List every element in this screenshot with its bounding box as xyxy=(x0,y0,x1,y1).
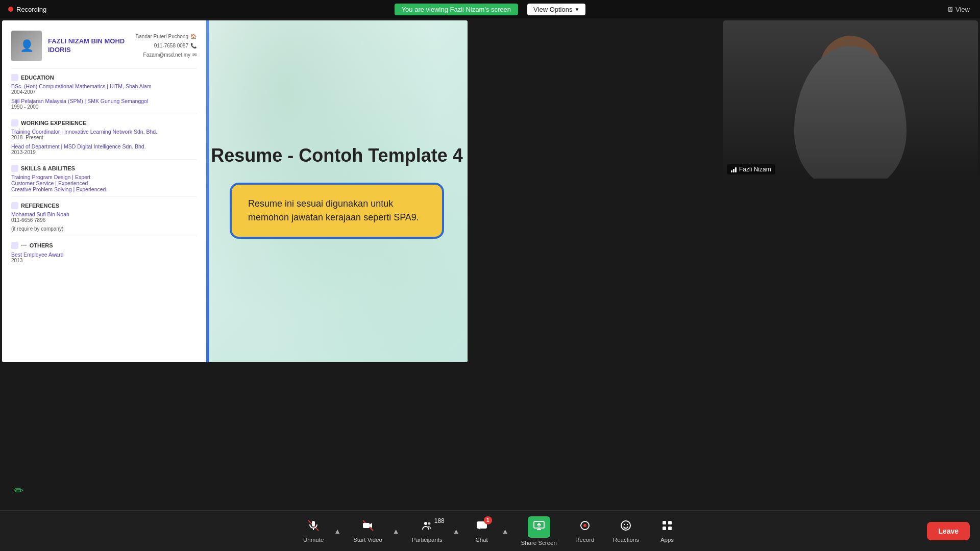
video-arrow[interactable]: ▲ xyxy=(390,526,402,536)
microphone-muted-icon xyxy=(307,519,320,535)
main-area: 👤 FAZLI NIZAM BIN MOHD IDORIS Bandar Put… xyxy=(0,18,980,510)
skill1: Training Program Design | Expert xyxy=(11,174,197,180)
svg-rect-15 xyxy=(668,521,672,524)
start-video-group: Start Video ▲ xyxy=(345,516,402,546)
resume-contact: Bandar Puteri Puchong 🏠 011-7658 0087 📞 … xyxy=(136,32,197,60)
view-options-button[interactable]: View Options ▼ xyxy=(527,4,585,15)
ref-section-title: REFERENCES xyxy=(11,202,197,209)
resume-avatar: 👤 xyxy=(11,31,42,61)
work2-year: 2013-2019 xyxy=(11,149,197,155)
resume-left-panel: 👤 FAZLI NIZAM BIN MOHD IDORIS Bandar Put… xyxy=(2,20,206,362)
leave-button[interactable]: Leave xyxy=(927,522,970,540)
ref1-phone: 011-6656 7896 xyxy=(11,217,197,223)
svg-rect-17 xyxy=(668,527,672,530)
top-bar: Recording You are viewing Fazli Nizam's … xyxy=(0,0,980,18)
ref1-name: Mohamad Sufi Bin Noah xyxy=(11,211,197,217)
share-screen-label: Share Screen xyxy=(521,540,557,546)
unmute-button[interactable]: Unmute xyxy=(295,516,332,546)
reactions-button[interactable]: Reactions xyxy=(605,516,647,546)
edu1-year: 2004-2007 xyxy=(11,89,197,95)
skill3: Creative Problem Solving | Experienced. xyxy=(11,186,197,192)
unmute-group: Unmute ▲ xyxy=(295,516,343,546)
apps-icon xyxy=(661,519,673,535)
video-panel: Fazli Nizam xyxy=(723,20,978,179)
education-section-title: EDUCATION xyxy=(11,74,197,81)
other1: Best Employee Award xyxy=(11,252,197,258)
participants-group: 188 Participants ▲ xyxy=(404,516,462,546)
svg-point-10 xyxy=(583,524,586,527)
slide-callout: Resume ini sesuai digunakan untuk memoho… xyxy=(230,183,444,239)
reactions-label: Reactions xyxy=(613,537,639,543)
svg-point-5 xyxy=(424,522,427,525)
edu2-degree: Sijil Pelajaran Malaysia (SPM) | SMK Gun… xyxy=(11,98,197,104)
video-muted-icon xyxy=(362,519,374,535)
share-screen-button[interactable]: Share Screen xyxy=(513,513,565,549)
video-background: Fazli Nizam xyxy=(723,20,978,179)
skill2: Customer Service | Experienced xyxy=(11,180,197,186)
work2-title: Head of Department | MSD Digital Intelli… xyxy=(11,143,197,149)
work-section-title: WORKING EXPERIENCE xyxy=(11,119,197,127)
pencil-tool[interactable]: ✏ xyxy=(14,484,23,497)
svg-point-13 xyxy=(627,523,628,524)
shared-screen: 👤 FAZLI NIZAM BIN MOHD IDORIS Bandar Put… xyxy=(2,20,468,362)
unmute-arrow[interactable]: ▲ xyxy=(332,526,343,536)
toolbar: Unmute ▲ Start Video ▲ xyxy=(0,510,980,551)
video-body xyxy=(794,46,906,179)
participants-icon: 188 xyxy=(421,519,433,535)
participants-button[interactable]: 188 Participants xyxy=(404,516,451,546)
other1-year: 2013 xyxy=(11,258,197,263)
chevron-down-icon: ▼ xyxy=(574,7,579,12)
skills-section-title: SKILLS & ABILITIES xyxy=(11,165,197,172)
chat-button[interactable]: 1 Chat xyxy=(464,516,500,546)
chat-label: Chat xyxy=(476,537,488,543)
start-video-label: Start Video xyxy=(353,537,382,543)
presentation-slide: Resume - Contoh Template 4 Resume ini se… xyxy=(206,20,468,362)
recording-label: Recording xyxy=(16,6,46,13)
svg-rect-1 xyxy=(312,521,315,527)
screen-share-banner: You are viewing Fazli Nizam's screen xyxy=(395,4,518,15)
chat-group: 1 Chat ▲ xyxy=(464,516,511,546)
participant-name-badge: Fazli Nizam xyxy=(727,164,775,174)
view-label: 🖥 View xyxy=(947,6,970,13)
record-label: Record xyxy=(575,537,594,543)
apps-button[interactable]: Apps xyxy=(649,516,685,546)
slide-title: Resume - Contoh Template 4 xyxy=(211,144,462,168)
participants-count: 188 xyxy=(434,517,445,524)
svg-point-12 xyxy=(624,523,625,524)
edu1-degree: BSc. (Hon) Computational Mathematics | U… xyxy=(11,83,197,89)
ref1-note: (if require by company) xyxy=(11,226,197,232)
reactions-icon xyxy=(620,519,632,535)
svg-rect-16 xyxy=(663,527,666,530)
svg-rect-4 xyxy=(363,523,370,528)
chat-arrow[interactable]: ▲ xyxy=(500,526,511,536)
slide-accent-line xyxy=(206,20,209,362)
resume-name: FAZLI NIZAM BIN MOHD IDORIS xyxy=(48,37,130,55)
others-section-title: ··· OTHERS xyxy=(11,241,197,249)
record-icon xyxy=(579,519,591,535)
recording-indicator: Recording xyxy=(8,6,46,13)
unmute-label: Unmute xyxy=(303,537,324,543)
apps-label: Apps xyxy=(660,537,674,543)
chat-icon: 1 xyxy=(476,519,488,535)
work1-year: 2018- Present xyxy=(11,135,197,140)
share-screen-icon xyxy=(528,516,550,538)
start-video-button[interactable]: Start Video xyxy=(345,516,390,546)
participants-label: Participants xyxy=(412,537,443,543)
work1-title: Training Coordinator | Innovative Learni… xyxy=(11,129,197,135)
participant-name: Fazli Nizam xyxy=(739,166,771,173)
svg-point-6 xyxy=(428,522,430,524)
recording-dot xyxy=(8,7,13,12)
monitor-icon: 🖥 xyxy=(947,6,953,13)
record-button[interactable]: Record xyxy=(567,516,603,546)
svg-rect-14 xyxy=(663,521,666,524)
signal-icon xyxy=(731,166,737,172)
chat-badge: 1 xyxy=(484,516,492,524)
participants-arrow[interactable]: ▲ xyxy=(451,526,462,536)
edu2-year: 1990 - 2000 xyxy=(11,104,197,110)
